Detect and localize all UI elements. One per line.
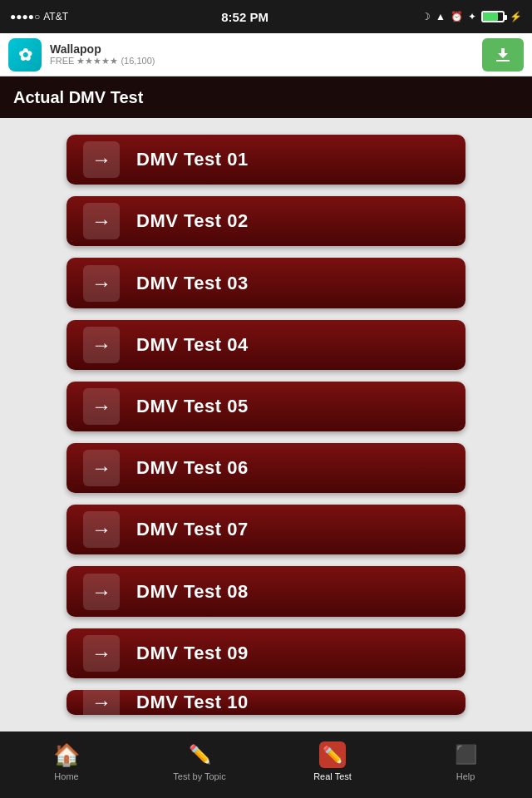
charging-icon: ⚡ [510,11,522,22]
test-label: DMV Test 08 [136,581,249,603]
test-button-10[interactable]: DMV Test 10 [66,690,466,715]
arrow-icon [83,265,120,302]
bluetooth-icon: ✦ [468,11,476,22]
tab-help-label: Help [456,771,475,781]
test-label: DMV Test 04 [136,334,249,356]
test-label: DMV Test 10 [136,692,249,713]
nav-bar: Actual DMV Test [0,76,532,118]
arrow-icon [83,388,120,425]
tab-real-test[interactable]: ✏️ Real Test [266,738,399,785]
status-time: 8:52 PM [221,10,268,24]
ad-logo: ✿ [8,38,42,71]
test-topic-icon: ✏️ [186,741,213,768]
test-label: DMV Test 02 [136,210,249,232]
ad-download-button[interactable] [482,38,524,71]
test-button-6[interactable]: DMV Test 06 [66,443,466,493]
test-label: DMV Test 03 [136,273,249,294]
test-button-3[interactable]: DMV Test 03 [66,258,466,308]
tab-real-test-label: Real Test [313,771,352,781]
tab-home-label: Home [54,771,78,781]
test-button-5[interactable]: DMV Test 05 [66,382,466,431]
help-icon: ⬛ [452,741,479,768]
ad-banner[interactable]: ✿ Wallapop FREE ★★★★★ (16,100) [0,33,532,76]
battery-indicator [481,11,505,22]
test-label: DMV Test 05 [136,396,249,417]
arrow-icon [83,141,120,178]
test-button-1[interactable]: DMV Test 01 [66,135,466,185]
tab-test-by-topic[interactable]: ✏️ Test by Topic [133,738,266,785]
test-button-9[interactable]: DMV Test 09 [66,628,466,678]
arrow-icon [83,327,120,363]
nav-title: Actual DMV Test [13,88,143,107]
moon-icon: ☽ [421,11,431,22]
status-icons: ☽ ▲ ⏰ ✦ ⚡ [421,11,522,22]
test-label: DMV Test 09 [136,643,249,664]
arrow-icon [83,635,120,672]
test-button-4[interactable]: DMV Test 04 [66,320,466,370]
test-button-7[interactable]: DMV Test 07 [66,505,466,554]
arrow-icon [83,690,120,715]
arrow-icon [83,574,120,610]
ad-app-name: Wallapop [50,42,474,56]
test-button-2[interactable]: DMV Test 02 [66,196,466,246]
ad-tagline: FREE ★★★★★ (16,100) [50,56,474,66]
location-icon: ▲ [436,11,446,22]
tab-home[interactable]: 🏠 Home [0,738,133,785]
test-list: DMV Test 01 DMV Test 02 DMV Test 03 DMV … [0,118,532,732]
status-carrier: ●●●●○ AT&T [10,11,68,22]
real-test-icon: ✏️ [319,741,346,768]
test-label: DMV Test 07 [136,519,249,540]
test-label: DMV Test 06 [136,457,249,479]
arrow-icon [83,450,120,486]
tab-help[interactable]: ⬛ Help [399,738,532,785]
test-button-8[interactable]: DMV Test 08 [66,566,466,616]
ad-text: Wallapop FREE ★★★★★ (16,100) [50,42,474,66]
status-bar: ●●●●○ AT&T 8:52 PM ☽ ▲ ⏰ ✦ ⚡ [0,0,532,33]
battery-fill [483,12,498,21]
alarm-icon: ⏰ [451,11,463,22]
signal-dots: ●●●●○ [10,11,40,22]
home-icon: 🏠 [53,741,80,768]
tab-bar: 🏠 Home ✏️ Test by Topic ✏️ Real Test ⬛ H… [0,732,532,798]
tab-test-topic-label: Test by Topic [173,771,225,781]
arrow-icon [83,203,120,239]
test-label: DMV Test 01 [136,149,249,170]
arrow-icon [83,511,120,548]
